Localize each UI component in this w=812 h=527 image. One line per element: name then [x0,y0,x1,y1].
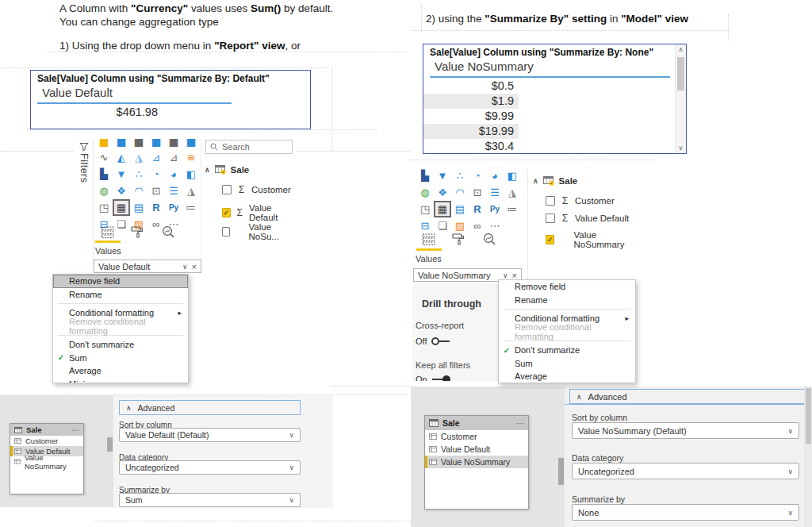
stacked-bar-icon[interactable]: ▆ [95,139,113,149]
matrix-icon[interactable]: ▦ [434,201,451,217]
format-tab[interactable] [445,233,472,248]
scrollbar-thumb[interactable] [806,388,811,444]
checkbox-unchecked[interactable] [546,196,555,206]
donut-chart-icon[interactable]: ◕ [165,166,182,183]
filled-map-icon[interactable]: ❖ [434,184,451,201]
model-card-header[interactable]: Sale ⋯ [425,416,528,430]
filled-map-icon[interactable]: ❖ [113,183,130,199]
paginated-report-icon[interactable]: ▨ [451,217,469,234]
checkbox-checked[interactable]: ✓ [222,208,231,217]
table-visual-icon[interactable]: ▤ [130,199,147,216]
map-icon[interactable]: ◍ [95,183,113,199]
menu-item-dont-summarize[interactable]: Don't summarize [53,338,188,352]
collapse-icon[interactable]: ∧ [533,177,538,185]
r-script-icon[interactable]: R [147,199,165,216]
fields-tab[interactable] [415,233,442,248]
menu-item-remove-field[interactable]: Remove field [53,275,188,288]
line-stacked-column-icon[interactable]: ⊿ [147,149,165,166]
menu-item-average[interactable]: Average [499,370,635,383]
format-tab[interactable] [124,225,151,241]
gauge-icon[interactable]: ◠ [130,183,147,199]
advanced-section-header[interactable]: ∧ Advanced [119,400,301,415]
collapse-icon[interactable]: ∧ [205,166,210,174]
clustered-column-icon[interactable]: ▆ [147,139,165,149]
line-chart-icon[interactable]: ∿ [95,149,113,166]
scatter-chart-icon[interactable]: ∴ [451,169,469,184]
python-script-icon[interactable]: Py [165,199,182,216]
card-visual-icon[interactable]: ⊡ [469,184,486,201]
model-row-value-nosummary[interactable]: Value NoSummary [425,456,528,468]
area-chart-icon[interactable]: ◭ [113,149,130,166]
data-category-dropdown[interactable]: Uncategorized ∨ [572,463,799,479]
field-row-customer[interactable]: Σ Customer [222,184,291,195]
waterfall-chart-icon[interactable]: ▙ [95,166,113,183]
data-category-dropdown[interactable]: Uncategorized ∨ [119,460,301,475]
sort-by-column-dropdown[interactable]: Value NoSummary (Default) ∨ [572,422,799,439]
python-script-icon[interactable]: Py [486,201,504,217]
card-visual-icon[interactable]: ⊡ [147,183,165,199]
model-row-customer[interactable]: Customer [425,430,528,443]
menu-item-minimum[interactable]: Minimum [53,378,188,384]
funnel-chart-icon[interactable]: ▼ [434,169,451,184]
kpi-icon[interactable]: ◮ [182,183,200,199]
scroll-down-icon[interactable]: ∨ [676,144,686,152]
menu-item-sum[interactable]: Sum [499,357,635,371]
clustered-bar-icon[interactable]: ▆ [113,139,130,149]
pie-chart-icon[interactable]: ◔ [147,166,165,183]
checkbox-unchecked[interactable] [546,213,555,223]
model-table-card[interactable]: Sale ⋯ Customer Value Default Value NoSu… [10,423,84,494]
power-apps-icon[interactable]: ≔ [182,199,200,216]
scrollbar-thumb[interactable] [107,437,113,452]
search-input[interactable]: Search [205,140,293,154]
model-row-value-nosummary[interactable]: Value NoSummary [10,456,83,467]
pct-stacked-column-icon[interactable]: ▆ [182,139,200,149]
decomposition-tree-icon[interactable]: ⊟ [416,217,434,234]
model-table-card[interactable]: Sale ⋯ Customer Value Default Value NoSu… [424,415,529,510]
field-row-customer[interactable]: Σ Customer [546,195,615,206]
funnel-chart-icon[interactable]: ▼ [113,166,130,183]
analytics-tab[interactable] [476,233,503,248]
metrics-icon[interactable]: ∞ [469,217,486,234]
summarize-by-dropdown[interactable]: Sum ∨ [119,493,301,507]
chevron-down-icon[interactable]: ∨ [182,263,188,271]
pie-chart-icon[interactable]: ◔ [469,169,486,184]
more-icon[interactable]: ⋯ [72,425,80,434]
waterfall-chart-icon[interactable]: ▙ [416,169,434,184]
field-row-value-default[interactable]: ✓ Σ Value Default [222,203,295,222]
checkbox-unchecked[interactable] [222,227,230,237]
scrollbar-thumb[interactable] [558,458,564,485]
more-visuals-icon[interactable]: ⋯ [486,217,504,234]
close-icon[interactable]: × [192,262,197,271]
cross-report-toggle[interactable]: Off [416,337,450,346]
pct-stacked-bar-icon[interactable]: ▆ [165,139,182,149]
model-row-value-default[interactable]: Value Default [425,443,528,456]
field-row-value-default[interactable]: Σ Value Default [546,213,629,224]
scatter-chart-icon[interactable]: ∴ [130,166,147,183]
menu-item-average[interactable]: Average [53,364,188,378]
menu-item-remove-field[interactable]: Remove field [499,280,635,294]
slicer-icon[interactable]: ◳ [95,199,113,216]
menu-item-rename[interactable]: Rename [53,288,188,302]
menu-item-sum[interactable]: ✓Sum [53,352,188,365]
fields-tab[interactable] [94,226,121,241]
checkbox-checked[interactable]: ✓ [546,235,554,244]
stacked-column-icon[interactable]: ▆ [130,139,147,149]
summarize-by-dropdown[interactable]: None ∨ [572,504,799,521]
sort-by-column-dropdown[interactable]: Value Default (Default) ∨ [119,428,301,442]
kpi-icon[interactable]: ◮ [504,184,521,201]
matrix-icon[interactable]: ▦ [113,199,130,216]
scrollbar-thumb[interactable] [677,57,684,90]
menu-item-dont-summarize[interactable]: ✓Don't summarize [499,344,635,357]
multi-row-card-icon[interactable]: ☰ [165,183,182,199]
qa-visual-icon[interactable]: ❏ [434,217,451,234]
keep-all-filters-toggle[interactable]: On [416,375,450,381]
table-visual-icon[interactable]: ▤ [451,201,469,217]
scroll-up-icon[interactable]: ∧ [676,46,686,53]
field-row-value-nosummary[interactable]: ✓ Value NoSummary [546,230,644,249]
analytics-tab[interactable] [155,225,182,241]
filters-rail[interactable]: Filters [75,139,94,266]
model-row-customer[interactable]: Customer [10,436,83,446]
r-script-icon[interactable]: R [469,201,486,217]
model-card-header[interactable]: Sale ⋯ [10,424,83,436]
menu-item-rename[interactable]: Rename [499,294,635,307]
